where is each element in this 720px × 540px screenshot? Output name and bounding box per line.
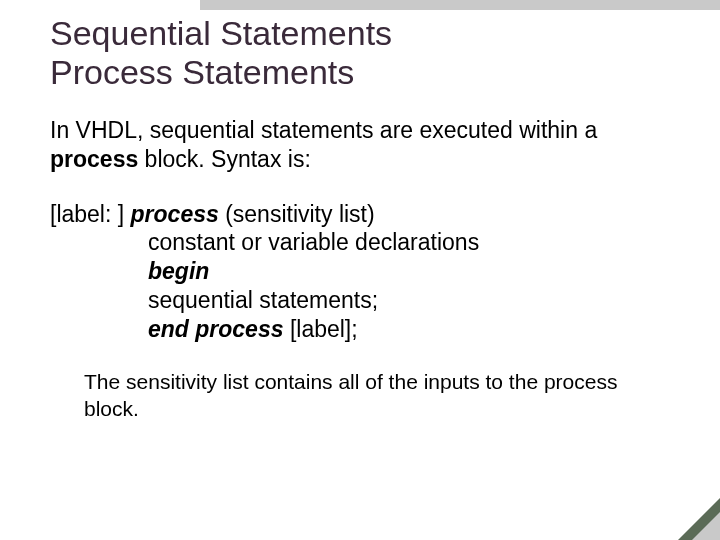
syntax-line-4: sequential statements; bbox=[50, 286, 670, 315]
intro-bold: process bbox=[50, 146, 138, 172]
syntax-line-1-pre: [label: ] bbox=[50, 201, 131, 227]
intro-text-1: In VHDL, sequential statements are execu… bbox=[50, 117, 597, 143]
syntax-line-2: constant or variable declarations bbox=[50, 228, 670, 257]
syntax-line-5: end process [label]; bbox=[50, 315, 670, 344]
syntax-line-1: [label: ] process (sensitivity list) bbox=[50, 200, 670, 229]
slide: Sequential Statements Process Statements… bbox=[0, 0, 720, 540]
syntax-line-1-post: (sensitivity list) bbox=[219, 201, 375, 227]
slide-title: Sequential Statements Process Statements bbox=[50, 14, 670, 92]
corner-triangle-inner bbox=[692, 512, 720, 540]
syntax-line-5-post: [label]; bbox=[284, 316, 358, 342]
intro-text-2: block. Syntax is: bbox=[138, 146, 311, 172]
syntax-line-3-keyword: begin bbox=[148, 258, 209, 284]
syntax-line-5-keyword: end process bbox=[148, 316, 284, 342]
title-line-1: Sequential Statements bbox=[50, 14, 392, 52]
syntax-line-1-keyword: process bbox=[131, 201, 219, 227]
footnote: The sensitivity list contains all of the… bbox=[84, 369, 670, 422]
top-decoration-bar bbox=[200, 0, 720, 10]
intro-paragraph: In VHDL, sequential statements are execu… bbox=[50, 116, 670, 174]
syntax-line-3: begin bbox=[50, 257, 670, 286]
title-line-2: Process Statements bbox=[50, 53, 354, 91]
syntax-block: [label: ] process (sensitivity list) con… bbox=[50, 200, 670, 344]
slide-body: In VHDL, sequential statements are execu… bbox=[50, 116, 670, 422]
